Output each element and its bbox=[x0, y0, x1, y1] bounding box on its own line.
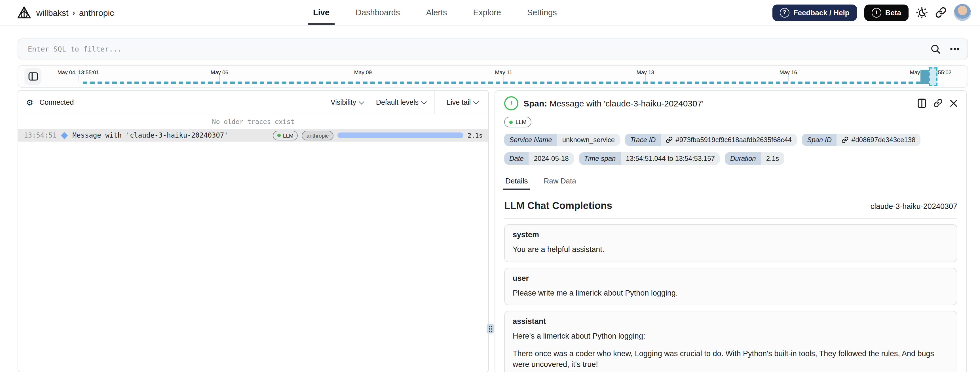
section-title: LLM Chat Completions bbox=[504, 200, 612, 212]
span-id-chip[interactable]: Span ID #d08697de343ce138 bbox=[802, 134, 920, 146]
llm-section-header: LLM Chat Completions claude-3-haiku-2024… bbox=[504, 200, 957, 218]
trace-list-panel: ⚙ Connected Visibility Default levels Li… bbox=[18, 90, 489, 372]
side-by-side-icon[interactable] bbox=[918, 98, 926, 108]
sidebar-toggle-button[interactable] bbox=[24, 68, 41, 85]
tab-explore[interactable]: Explore bbox=[473, 0, 501, 25]
tab-alerts[interactable]: Alerts bbox=[426, 0, 447, 25]
message-text: You are a helpful assistant. bbox=[513, 244, 949, 255]
feedback-help-label: Feedback / Help bbox=[794, 8, 850, 17]
connection-status: Connected bbox=[40, 98, 74, 106]
no-older-traces-message: No older traces exist bbox=[18, 114, 488, 129]
live-window-selection[interactable] bbox=[929, 67, 937, 86]
timeline-tick: May 16 bbox=[780, 69, 797, 82]
duration-chip[interactable]: Duration 2.1s bbox=[725, 152, 784, 165]
message-text: There once was a coder who knew, Logging… bbox=[513, 348, 949, 370]
breadcrumb-org[interactable]: willbakst bbox=[36, 8, 68, 17]
panel-layout-icon bbox=[28, 72, 38, 81]
breadcrumb-project[interactable]: anthropic bbox=[79, 8, 114, 17]
histogram-spike bbox=[920, 70, 929, 84]
live-tail-dropdown[interactable]: Live tail bbox=[447, 98, 478, 106]
duration-bar bbox=[337, 133, 463, 138]
message-card-assistant: assistant Here's a limerick about Python… bbox=[504, 311, 957, 372]
trace-list-header: ⚙ Connected Visibility Default levels Li… bbox=[18, 90, 488, 114]
app-logo-icon[interactable] bbox=[17, 6, 31, 19]
tab-live[interactable]: Live bbox=[313, 0, 329, 25]
event-density-dashes bbox=[83, 82, 936, 84]
tab-settings[interactable]: Settings bbox=[527, 0, 557, 25]
search-icon[interactable] bbox=[931, 44, 941, 54]
info-circle-icon: i bbox=[872, 8, 881, 17]
copy-link-icon[interactable] bbox=[934, 98, 943, 108]
timeline-tick: May 04, 13:55:01 bbox=[57, 69, 99, 82]
span-detail-tabs: Details Raw Data bbox=[504, 173, 957, 190]
close-icon[interactable] bbox=[950, 100, 957, 107]
service-name-chip[interactable]: Service Name unknown_service bbox=[504, 134, 620, 146]
model-name: claude-3-haiku-20240307 bbox=[870, 202, 957, 211]
sql-filter-input[interactable]: Enter SQL to filter... bbox=[18, 38, 968, 59]
link-icon bbox=[842, 136, 849, 143]
message-role: user bbox=[513, 274, 949, 282]
tab-dashboards[interactable]: Dashboards bbox=[356, 0, 400, 25]
message-role: assistant bbox=[513, 317, 949, 326]
trace-row[interactable]: 13:54:51 Message with 'claude-3-haiku-20… bbox=[18, 129, 488, 142]
feedback-help-button[interactable]: ? Feedback / Help bbox=[772, 4, 857, 21]
span-properties-row-2: Date 2024-05-18 Time span 13:54:51.044 t… bbox=[504, 152, 957, 165]
green-dot-icon bbox=[277, 134, 281, 137]
span-detail-panel: i Span: Message with 'claude-3-haiku-202… bbox=[495, 90, 967, 372]
beta-label: Beta bbox=[885, 8, 901, 17]
green-dot-icon bbox=[509, 120, 513, 124]
span-info-icon: i bbox=[504, 96, 519, 110]
trace-title: Message with 'claude-3-haiku-20240307' bbox=[73, 131, 228, 139]
header-divider bbox=[434, 90, 435, 114]
tab-raw-data[interactable]: Raw Data bbox=[543, 173, 578, 190]
message-card-user: user Please write me a limerick about Py… bbox=[504, 268, 957, 305]
tab-details[interactable]: Details bbox=[504, 173, 529, 190]
share-link-icon[interactable] bbox=[935, 7, 947, 18]
timeline-tick: May 13 bbox=[636, 69, 654, 82]
span-panel-title: Span: Message with 'claude-3-haiku-20240… bbox=[523, 98, 703, 108]
llm-badge: LLM bbox=[504, 117, 532, 127]
panel-resize-handle[interactable] bbox=[487, 324, 494, 334]
beta-button[interactable]: i Beta bbox=[864, 4, 908, 21]
sql-filter-placeholder: Enter SQL to filter... bbox=[28, 45, 122, 53]
message-text: Here's a limerick about Python logging: bbox=[513, 331, 949, 342]
trace-id-chip[interactable]: Trace ID #973fba5919cf9c618aafdb2635f68c… bbox=[625, 134, 797, 146]
message-role: system bbox=[513, 230, 949, 239]
timeline-tick: May 09 bbox=[354, 69, 372, 82]
chevron-down-icon bbox=[421, 98, 427, 104]
date-chip[interactable]: Date 2024-05-18 bbox=[504, 152, 574, 165]
gear-icon[interactable]: ⚙ bbox=[26, 98, 33, 107]
message-text: Please write me a limerick about Python … bbox=[513, 287, 949, 298]
nav-actions: ? Feedback / Help i Beta bbox=[772, 0, 971, 25]
visibility-dropdown[interactable]: Visibility bbox=[331, 98, 364, 106]
llm-badge: LLM bbox=[273, 130, 298, 140]
chevron-down-icon bbox=[473, 98, 479, 104]
timeline-tick: May 06 bbox=[211, 69, 228, 82]
user-avatar[interactable] bbox=[954, 4, 971, 21]
trace-duration: 2.1s bbox=[468, 131, 483, 139]
top-nav: willbakst › anthropic Live Dashboards Al… bbox=[0, 0, 980, 25]
question-circle-icon: ? bbox=[780, 8, 789, 17]
nav-tabs: Live Dashboards Alerts Explore Settings bbox=[313, 0, 557, 25]
default-levels-dropdown[interactable]: Default levels bbox=[376, 98, 426, 106]
span-diamond-icon bbox=[61, 131, 68, 139]
overflow-menu-icon[interactable] bbox=[950, 47, 959, 51]
chevron-down-icon bbox=[359, 98, 364, 104]
message-card-system: system You are a helpful assistant. bbox=[504, 224, 957, 262]
provider-badge: anthropic bbox=[302, 130, 333, 140]
time-span-chip[interactable]: Time span 13:54:51.044 to 13:54:53.157 bbox=[579, 152, 720, 165]
app-window: willbakst › anthropic Live Dashboards Al… bbox=[0, 0, 980, 372]
trace-timestamp: 13:54:51 bbox=[24, 131, 57, 139]
breadcrumb-separator: › bbox=[72, 8, 75, 17]
link-icon bbox=[666, 136, 673, 143]
timeline-tick: May 11 bbox=[495, 69, 512, 82]
time-range-histogram[interactable]: May 04, 13:55:01 May 06 May 09 May 11 Ma… bbox=[18, 65, 968, 88]
span-properties-row-1: Service Name unknown_service Trace ID #9… bbox=[504, 134, 957, 146]
breadcrumb: willbakst › anthropic bbox=[17, 0, 114, 25]
theme-toggle-icon[interactable] bbox=[916, 6, 928, 18]
